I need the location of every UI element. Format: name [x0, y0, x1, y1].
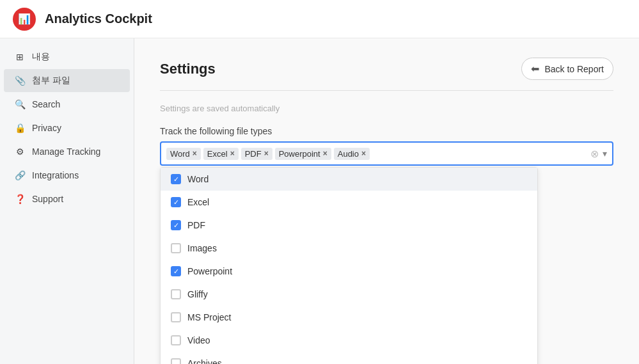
- sidebar-icon-integrations: 🔗: [14, 170, 26, 181]
- tag-word: Word×: [166, 148, 201, 160]
- sidebar-item-label-search: Search: [32, 99, 60, 109]
- tag-label: Excel: [207, 149, 228, 159]
- tag-powerpoint: Powerpoint×: [275, 148, 331, 160]
- logo-icon: 📊: [18, 13, 31, 25]
- header: 📊 Analytics Cockpit: [0, 0, 639, 38]
- sidebar-item-search[interactable]: 🔍Search: [4, 93, 130, 116]
- checkbox-pdf[interactable]: ✓: [171, 220, 181, 230]
- sidebar-item-label-content: 내용: [32, 51, 50, 63]
- dropdown-item-label: MS Project: [187, 312, 231, 322]
- dropdown-item-label: Gliffy: [187, 289, 208, 299]
- sidebar-icon-support: ❓: [14, 193, 26, 205]
- tag-remove-audio[interactable]: ×: [361, 149, 366, 158]
- checkbox-word[interactable]: ✓: [171, 174, 181, 184]
- sidebar-item-label-privacy: Privacy: [32, 123, 61, 133]
- dropdown-item-label: Powerpoint: [187, 266, 232, 276]
- input-actions: ⊗ ▾: [590, 148, 607, 160]
- dropdown-item-label: Word: [187, 174, 209, 184]
- page-header: Settings ⬅ Back to Report: [160, 58, 613, 80]
- tag-excel: Excel×: [203, 148, 239, 160]
- tag-label: Word: [170, 149, 190, 159]
- clear-button[interactable]: ⊗: [590, 148, 599, 160]
- dropdown-item-label: Archives: [187, 358, 222, 364]
- dropdown-item-powerpoint[interactable]: ✓Powerpoint: [161, 260, 537, 283]
- sidebar-item-privacy[interactable]: 🔒Privacy: [4, 116, 130, 139]
- sidebar-item-label-integrations: Integrations: [32, 170, 79, 180]
- checkbox-images[interactable]: [171, 243, 181, 253]
- dropdown-item-excel[interactable]: ✓Excel: [161, 191, 537, 214]
- tag-remove-word[interactable]: ×: [193, 149, 197, 158]
- back-icon: ⬅: [531, 63, 539, 75]
- dropdown-item-word[interactable]: ✓Word: [161, 168, 537, 191]
- checkbox-excel[interactable]: ✓: [171, 197, 181, 207]
- sidebar-icon-privacy: 🔒: [14, 122, 26, 134]
- tag-remove-excel[interactable]: ×: [230, 149, 235, 158]
- dropdown-item-video[interactable]: Video: [161, 329, 537, 352]
- checkbox-archives[interactable]: [171, 358, 181, 364]
- sidebar: ⊞내용📎첨부 파일🔍Search🔒Privacy⚙Manage Tracking…: [0, 38, 134, 364]
- tag-pdf: PDF×: [241, 148, 272, 160]
- tag-remove-pdf[interactable]: ×: [264, 149, 269, 158]
- page-title: Settings: [160, 61, 216, 77]
- checkbox-gliffy[interactable]: [171, 289, 181, 299]
- dropdown-item-label: Excel: [187, 197, 209, 207]
- sidebar-item-manage-tracking[interactable]: ⚙Manage Tracking: [4, 140, 130, 163]
- sidebar-item-support[interactable]: ❓Support: [4, 187, 130, 210]
- file-type-dropdown: ✓Word✓Excel✓PDFImages✓PowerpointGliffyMS…: [160, 167, 538, 364]
- tag-remove-powerpoint[interactable]: ×: [323, 149, 327, 158]
- sidebar-item-content[interactable]: ⊞내용: [4, 45, 130, 68]
- dropdown-item-archives[interactable]: Archives: [161, 352, 537, 364]
- header-divider: [160, 90, 613, 91]
- back-button-label: Back to Report: [544, 64, 604, 74]
- body-layout: ⊞내용📎첨부 파일🔍Search🔒Privacy⚙Manage Tracking…: [0, 38, 639, 364]
- tag-search-input[interactable]: [372, 148, 588, 159]
- tag-audio: Audio×: [334, 148, 370, 160]
- tag-label: PDF: [245, 149, 262, 159]
- sidebar-icon-manage-tracking: ⚙: [14, 146, 26, 157]
- sidebar-icon-content: ⊞: [14, 51, 26, 63]
- checkbox-powerpoint[interactable]: ✓: [171, 266, 181, 276]
- dropdown-item-gliffy[interactable]: Gliffy: [161, 283, 537, 306]
- file-types-label: Track the following file types: [160, 126, 613, 136]
- sidebar-item-label-attachments: 첨부 파일: [32, 75, 70, 86]
- dropdown-item-label: Images: [187, 243, 217, 253]
- sidebar-item-label-support: Support: [32, 194, 63, 204]
- sidebar-icon-attachments: 📎: [14, 75, 26, 86]
- sidebar-item-integrations[interactable]: 🔗Integrations: [4, 164, 130, 187]
- checkbox-ms-project[interactable]: [171, 312, 181, 322]
- dropdown-item-label: Video: [187, 335, 210, 345]
- dropdown-item-label: PDF: [187, 220, 205, 230]
- logo: 📊: [13, 8, 36, 31]
- back-to-report-button[interactable]: ⬅ Back to Report: [521, 58, 613, 80]
- app-title: Analytics Cockpit: [45, 12, 152, 26]
- auto-save-message: Settings are saved automatically: [160, 104, 613, 113]
- sidebar-item-label-manage-tracking: Manage Tracking: [32, 146, 100, 157]
- sidebar-item-attachments[interactable]: 📎첨부 파일: [4, 69, 130, 92]
- tag-label: Audio: [338, 149, 359, 159]
- dropdown-item-images[interactable]: Images: [161, 237, 537, 260]
- tag-label: Powerpoint: [279, 149, 320, 159]
- dropdown-item-pdf[interactable]: ✓PDF: [161, 214, 537, 237]
- dropdown-item-ms-project[interactable]: MS Project: [161, 306, 537, 329]
- chevron-down-icon[interactable]: ▾: [603, 148, 607, 159]
- sidebar-icon-search: 🔍: [14, 99, 26, 110]
- checkbox-video[interactable]: [171, 335, 181, 345]
- tag-input-wrapper[interactable]: Word×Excel×PDF×Powerpoint×Audio× ⊗ ▾: [160, 141, 613, 166]
- main-content: Settings ⬅ Back to Report Settings are s…: [134, 38, 639, 364]
